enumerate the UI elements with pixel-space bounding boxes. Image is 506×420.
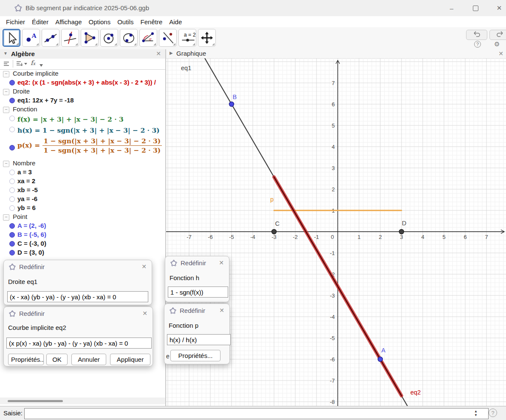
collapse-minus-icon[interactable]: − (3, 71, 9, 77)
dialog-titlebar[interactable]: Redéfinir ✕ (164, 304, 229, 318)
help-icon[interactable]: ? (474, 41, 481, 48)
fx-dropdown-icon[interactable] (39, 61, 43, 69)
fx-input-toggle-icon[interactable]: fx (31, 59, 35, 67)
collapse-minus-icon[interactable]: − (3, 89, 9, 95)
svg-text:a = 2: a = 2 (184, 32, 196, 38)
collapse-minus-icon[interactable]: − (3, 214, 9, 221)
algebra-object-row[interactable]: xa = 2 (0, 177, 165, 186)
visibility-marble-filled-icon[interactable] (9, 145, 15, 150)
move-tool-button[interactable] (3, 29, 20, 47)
visibility-marble-filled-icon[interactable] (9, 223, 15, 229)
collapse-triangle-icon[interactable]: ▼ (3, 51, 8, 56)
close-button[interactable]: ✕ (489, 0, 506, 16)
properties-button[interactable]: Propriétés... (8, 354, 44, 365)
circle-tool-button[interactable] (100, 29, 118, 47)
ok-button[interactable]: OK (46, 354, 68, 365)
visibility-marble-hollow-icon[interactable] (9, 170, 15, 175)
polygon-tool-button[interactable] (81, 29, 99, 47)
collapse-minus-icon[interactable]: − (3, 161, 9, 167)
auxiliary-objects-icon[interactable] (3, 60, 10, 69)
minimize-button[interactable]: – (442, 0, 461, 16)
menu-outils[interactable]: Outils (114, 18, 137, 26)
dialog-titlebar[interactable]: Redéfinir ✕ (165, 256, 229, 270)
conic-tool-button[interactable] (120, 29, 138, 47)
visibility-marble-filled-icon[interactable] (9, 232, 15, 238)
visibility-marble-hollow-icon[interactable] (9, 116, 15, 121)
algebra-object-row[interactable]: D = (3, 0) (0, 248, 165, 257)
algebra-horizontal-scrollbar[interactable] (0, 397, 165, 404)
algebra-object-row[interactable]: xb = -5 (0, 186, 165, 195)
redefine-input-h[interactable] (168, 287, 228, 298)
cancel-button[interactable]: Annuler (71, 354, 106, 365)
algebra-category-row[interactable]: −Courbe implicite (0, 69, 165, 78)
algebra-object-row[interactable]: yb = 6 (0, 204, 165, 213)
svg-text:7: 7 (485, 234, 488, 240)
move-graphics-tool-button[interactable] (198, 29, 216, 47)
graphics-close-icon[interactable]: ✕ (498, 50, 503, 57)
dialog-close-icon[interactable]: ✕ (219, 307, 224, 314)
algebra-category-row[interactable]: −Nombre (0, 159, 165, 168)
algebra-object-row[interactable]: C = (-3, 0) (0, 239, 165, 248)
scrollbar-thumb[interactable] (8, 400, 63, 402)
visibility-marble-hollow-icon[interactable] (9, 205, 15, 211)
redo-button[interactable] (489, 30, 506, 40)
dialog-titlebar[interactable]: Redéfinir ✕ (4, 260, 152, 274)
algebra-object-row[interactable]: a = 3 (0, 168, 165, 177)
algebra-object-row[interactable]: f(x) = |x + 3| + |x − 3| − 2 · 3 (0, 114, 165, 125)
algebra-object-row[interactable]: A = (2, -6) (0, 221, 165, 230)
perpendicular-line-tool-button[interactable] (61, 29, 79, 47)
settings-gear-icon[interactable]: ⚙ (494, 40, 500, 48)
algebra-close-icon[interactable]: ✕ (156, 50, 161, 57)
svg-text:5: 5 (332, 122, 335, 129)
visibility-marble-filled-icon[interactable] (9, 250, 15, 255)
undo-button[interactable] (466, 30, 487, 40)
slider-tool-button[interactable]: a = 2 (178, 29, 196, 47)
menu-affichage[interactable]: Affichage (52, 18, 85, 26)
input-help-icon[interactable]: ? (489, 409, 497, 417)
line-tool-button[interactable] (42, 29, 59, 47)
visibility-marble-hollow-icon[interactable] (9, 179, 15, 184)
visibility-marble-hollow-icon[interactable] (9, 127, 15, 132)
menu-editer[interactable]: Éditer (28, 18, 52, 26)
algebra-category-row[interactable]: −Fonction (0, 105, 165, 114)
sort-objects-icon[interactable] (16, 60, 27, 69)
reflection-tool-button[interactable] (159, 29, 177, 47)
menu-fichier[interactable]: Fichier (3, 18, 28, 26)
maximize-button[interactable] (466, 0, 485, 16)
input-history-spinner-icon[interactable]: ▲▼ (473, 409, 479, 418)
point-tool-button[interactable]: A (22, 29, 40, 47)
algebra-object-row[interactable]: ya = -6 (0, 195, 165, 204)
algebra-category-row[interactable]: −Droite (0, 87, 165, 96)
algebra-category-row[interactable]: −Point (0, 213, 165, 221)
algebra-object-row[interactable]: h(x) = 1 − sgn(|x + 3| + |x − 3| − 2 · 3… (0, 125, 165, 136)
visibility-marble-hollow-icon[interactable] (9, 187, 15, 193)
expand-triangle-icon[interactable]: ▶ (170, 51, 173, 55)
visibility-marble-filled-icon[interactable] (9, 98, 15, 103)
dialog-close-icon[interactable]: ✕ (142, 310, 147, 317)
saisie-input[interactable] (24, 408, 489, 419)
collapse-minus-icon[interactable]: − (3, 107, 9, 113)
menu-fenetre[interactable]: Fenêtre (137, 18, 166, 26)
redefine-input-eq1[interactable] (7, 291, 148, 302)
dialog-close-icon[interactable]: ✕ (141, 263, 147, 270)
dialog-title: Redéfinir (19, 263, 45, 270)
algebra-object-row[interactable]: eq2: (x (1 - sgn(abs(x + 3) + abs(x - 3)… (0, 78, 165, 87)
geogebra-logo-icon (170, 260, 177, 267)
apply-button[interactable]: Appliquer (110, 354, 150, 365)
algebra-object-row[interactable]: eq1: 12x + 7y = -18 (0, 96, 165, 105)
algebra-object-row[interactable]: p(x) = 1 − sgn(|x + 3| + |x − 3| − 2 · 3… (0, 136, 165, 159)
visibility-marble-hollow-icon[interactable] (9, 196, 15, 202)
menu-aide[interactable]: Aide (166, 18, 185, 26)
dialog-close-icon[interactable]: ✕ (219, 259, 224, 266)
visibility-marble-filled-icon[interactable] (9, 80, 15, 85)
algebra-object-row[interactable]: B = (-5, 6) (0, 230, 165, 239)
angle-tool-button[interactable]: α (139, 29, 157, 47)
redefine-input-eq2[interactable] (6, 338, 152, 349)
dialog-object-label: Fonction p (169, 322, 198, 329)
redefine-input-p[interactable] (167, 334, 231, 345)
dialog-titlebar[interactable]: Redéfinir ✕ (4, 307, 153, 321)
visibility-marble-filled-icon[interactable] (9, 241, 15, 247)
properties-button[interactable]: Propriétés... (170, 350, 220, 361)
menu-options[interactable]: Options (85, 18, 114, 26)
svg-text:eq1: eq1 (181, 65, 191, 71)
